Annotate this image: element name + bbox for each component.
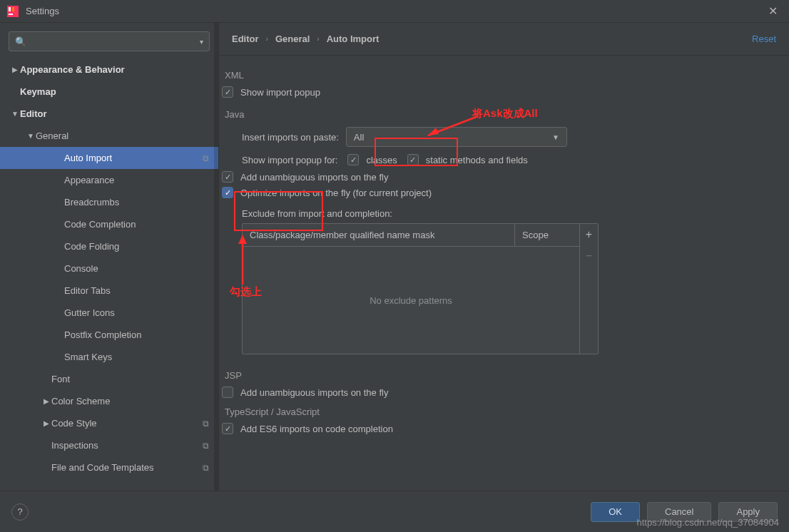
- checkbox-icon: [222, 171, 233, 183]
- sidebar-item-label: Keymap: [20, 86, 211, 97]
- svg-rect-1: [9, 14, 13, 15]
- scope-icon: ⧉: [200, 463, 211, 473]
- insert-imports-row: Insert imports on paste: All ▼: [242, 127, 776, 147]
- checkbox-optimize-imports[interactable]: Optimize imports on the fly (for current…: [222, 187, 776, 198]
- sidebar-item-label: Font: [51, 374, 211, 384]
- ok-button[interactable]: OK: [591, 502, 640, 522]
- show-popup-for-label: Show import popup for:: [242, 155, 337, 165]
- sidebar-item-inspections[interactable]: Inspections⧉: [0, 434, 218, 456]
- checkbox-xml-show-popup[interactable]: Show import popup: [222, 86, 776, 98]
- settings-content: XML Show import popup Java Insert import…: [219, 56, 789, 491]
- sidebar-item-label: Editor Tabs: [64, 285, 211, 296]
- exclude-empty: No exclude patterns: [243, 247, 579, 354]
- reset-link[interactable]: Reset: [752, 34, 776, 44]
- sidebar-item-editor-tabs[interactable]: Editor Tabs: [0, 280, 218, 302]
- sidebar-item-label: Smart Keys: [64, 352, 211, 362]
- checkbox-icon: [222, 187, 233, 198]
- checkbox-icon: [347, 154, 359, 165]
- search-icon: 🔍: [15, 36, 26, 47]
- sidebar-item-label: Appearance: [64, 175, 211, 185]
- exclude-col-scope: Scope: [515, 224, 579, 246]
- insert-imports-label: Insert imports on paste:: [242, 132, 339, 143]
- crumb-auto-import: Auto Import: [327, 34, 380, 44]
- breadcrumb: Editor › General › Auto Import Reset: [219, 23, 789, 56]
- close-icon[interactable]: ✕: [764, 1, 782, 21]
- title-bar: Settings ✕: [0, 0, 789, 23]
- sidebar-item-postfix-completion[interactable]: Postfix Completion: [0, 324, 218, 346]
- sidebar-item-label: Postfix Completion: [64, 329, 211, 340]
- sidebar-item-appearance[interactable]: Appearance: [0, 169, 218, 191]
- tree-twist-icon: ▶: [41, 397, 51, 405]
- exclude-col-name: Class/package/member qualified name mask: [243, 224, 515, 246]
- checkbox-add-unambiguous[interactable]: Add unambiguous imports on the fly: [222, 171, 776, 183]
- tree-twist-icon: ▶: [41, 419, 51, 427]
- checkbox-icon: [407, 154, 419, 165]
- crumb-editor[interactable]: Editor: [232, 34, 259, 44]
- watermark: https://blog.csdn.net/qq_37084904: [637, 517, 780, 528]
- sidebar-item-appearance-behavior[interactable]: ▶Appearance & Behavior: [0, 58, 218, 81]
- checkbox-icon: [222, 423, 233, 434]
- section-java-title: Java: [225, 109, 776, 120]
- sidebar-item-editor[interactable]: ▼Editor: [0, 103, 218, 125]
- sidebar-item-label: General: [36, 131, 211, 141]
- sidebar-item-console[interactable]: Console: [0, 257, 218, 280]
- sidebar-item-label: Appearance & Behavior: [20, 64, 211, 75]
- checkbox-es6-imports[interactable]: Add ES6 imports on code completion: [222, 423, 776, 434]
- sidebar-item-color-scheme[interactable]: ▶Color Scheme: [0, 390, 218, 412]
- section-ts-title: TypeScript / JavaScript: [225, 406, 776, 417]
- sidebar-item-label: Gutter Icons: [64, 307, 211, 318]
- tree-twist-icon: ▼: [26, 132, 36, 140]
- search-input[interactable]: [31, 36, 200, 47]
- sidebar-item-label: Breadcrumbs: [64, 197, 211, 208]
- chevron-right-icon: ›: [266, 35, 268, 43]
- add-button[interactable]: +: [580, 224, 598, 245]
- checkbox-icon: [222, 387, 233, 398]
- sidebar-item-label: Code Folding: [64, 241, 211, 252]
- search-input-wrapper[interactable]: 🔍 ▾: [9, 31, 210, 51]
- scope-icon: ⧉: [200, 153, 211, 163]
- sidebar-item-breadcrumbs[interactable]: Breadcrumbs: [0, 191, 218, 213]
- window-title: Settings: [26, 6, 764, 16]
- remove-button[interactable]: −: [580, 245, 598, 267]
- chevron-down-icon: ▼: [552, 133, 559, 141]
- tree-twist-icon: ▶: [10, 66, 20, 73]
- sidebar-item-code-folding[interactable]: Code Folding: [0, 235, 218, 257]
- checkbox-icon: [222, 86, 233, 98]
- sidebar-item-label: Console: [64, 263, 211, 274]
- sidebar-item-gutter-icons[interactable]: Gutter Icons: [0, 302, 218, 324]
- tree-twist-icon: ▼: [10, 110, 20, 118]
- svg-rect-2: [9, 7, 11, 11]
- sidebar-item-keymap[interactable]: Keymap: [0, 81, 218, 103]
- sidebar-item-file-and-code-templates[interactable]: File and Code Templates⧉: [0, 456, 218, 479]
- select-value: All: [354, 132, 364, 143]
- sidebar-item-font[interactable]: Font: [0, 368, 218, 390]
- sidebar-item-code-completion[interactable]: Code Completion: [0, 213, 218, 235]
- svg-rect-3: [12, 7, 14, 11]
- show-popup-for-row: Show import popup for: classes static me…: [242, 154, 776, 165]
- sidebar-item-general[interactable]: ▼General: [0, 125, 218, 147]
- chevron-down-icon[interactable]: ▾: [200, 38, 203, 46]
- checkbox-jsp-unambiguous[interactable]: Add unambiguous imports on the fly: [222, 387, 776, 398]
- section-xml-title: XML: [225, 70, 776, 81]
- checkbox-classes[interactable]: classes: [347, 154, 397, 165]
- chevron-right-icon: ›: [317, 35, 319, 43]
- exclude-table: Class/package/member qualified name mask…: [242, 223, 599, 354]
- settings-main: Editor › General › Auto Import Reset XML…: [219, 23, 789, 491]
- checkbox-statics[interactable]: static methods and fields: [407, 154, 528, 165]
- sidebar-item-label: Editor: [20, 108, 211, 119]
- sidebar-item-auto-import[interactable]: Auto Import⧉: [0, 147, 218, 169]
- sidebar-item-code-style[interactable]: ▶Code Style⧉: [0, 412, 218, 434]
- sidebar-item-label: Color Scheme: [51, 396, 211, 406]
- insert-imports-select[interactable]: All ▼: [346, 127, 567, 147]
- scope-icon: ⧉: [200, 419, 211, 429]
- sidebar-item-smart-keys[interactable]: Smart Keys: [0, 346, 218, 368]
- sidebar-item-label: Auto Import: [64, 153, 200, 163]
- sidebar-item-label: Code Completion: [64, 219, 211, 230]
- exclude-label: Exclude from import and completion:: [242, 208, 776, 219]
- scope-icon: ⧉: [200, 441, 211, 451]
- settings-tree: ▶Appearance & BehaviorKeymap▼Editor▼Gene…: [0, 58, 218, 491]
- sidebar-item-label: File and Code Templates: [51, 462, 200, 473]
- app-logo-icon: [7, 6, 19, 17]
- help-button[interactable]: ?: [11, 503, 29, 521]
- crumb-general[interactable]: General: [275, 34, 310, 44]
